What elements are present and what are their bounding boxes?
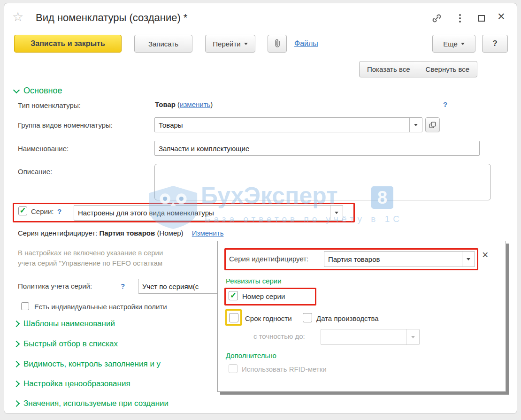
help-label: ? bbox=[492, 39, 497, 48]
type-value: Товар bbox=[155, 100, 176, 108]
chevron-down-icon bbox=[335, 212, 338, 214]
series-ident-change-link[interactable]: Изменить bbox=[192, 229, 224, 237]
section-pricing[interactable]: Настройка ценообразования bbox=[14, 379, 130, 389]
popup-ident-value: Партия товаров bbox=[324, 255, 462, 263]
rfid-label: Использовать RFID-метки bbox=[242, 365, 327, 373]
app-canvas: ☆ Вид номенклатуры (создание) * × Записа… bbox=[0, 0, 521, 420]
goto-label: Перейти bbox=[213, 40, 240, 48]
section-name-templates[interactable]: Шаблоны наименований bbox=[14, 319, 115, 328]
series-checkbox[interactable]: ✓ bbox=[18, 206, 27, 215]
individual-settings-label: Есть индивидуальные настройки полити bbox=[34, 303, 167, 311]
chevron-right-icon bbox=[13, 361, 20, 367]
open-item-icon bbox=[429, 122, 436, 129]
more-button[interactable]: Еще bbox=[432, 35, 475, 53]
section-label: Шаблоны наименований bbox=[23, 319, 115, 328]
type-label: Тип номенклатуры: bbox=[18, 101, 81, 109]
popup-ident-dropdown-button[interactable] bbox=[462, 252, 475, 267]
chevron-right-icon bbox=[13, 321, 20, 327]
description-field[interactable] bbox=[154, 164, 491, 200]
checkmark-icon: ✓ bbox=[19, 206, 26, 214]
section-visibility[interactable]: Видимость, контроль заполнения и у bbox=[14, 359, 161, 369]
files-link[interactable]: Файлы bbox=[294, 39, 318, 48]
chevron-right-icon bbox=[13, 381, 20, 387]
favorite-star-icon[interactable]: ☆ bbox=[12, 9, 23, 24]
series-note-line1: В настройках не включено указание в сери… bbox=[18, 249, 163, 257]
attach-file-button[interactable] bbox=[268, 35, 287, 53]
chevron-down-icon bbox=[467, 258, 470, 260]
series-value: Настроены для этого вида номенклатуры bbox=[74, 209, 330, 217]
series-ident-suffix: (Номер) bbox=[157, 229, 183, 237]
popup-close-icon[interactable]: × bbox=[482, 249, 488, 261]
maximize-icon[interactable] bbox=[478, 15, 485, 22]
group-dropdown-button[interactable] bbox=[409, 118, 422, 132]
section-quick-filter[interactable]: Быстрый отбор в списках bbox=[14, 339, 118, 349]
series-field[interactable]: Настроены для этого вида номенклатуры bbox=[74, 205, 343, 221]
save-and-close-button[interactable]: Записать и закрыть bbox=[14, 35, 122, 53]
group-field[interactable]: Товары bbox=[154, 117, 422, 132]
type-value-group: Товар (изменить) bbox=[155, 100, 213, 108]
section-creation-values[interactable]: Значения, используемые при создании bbox=[14, 399, 169, 408]
policy-help-icon[interactable]: ? bbox=[121, 282, 125, 290]
checkmark-icon: ✓ bbox=[230, 291, 237, 299]
name-field[interactable]: Запчасти и комплектующие bbox=[154, 141, 480, 156]
chevron-down-icon bbox=[13, 86, 20, 93]
section-label: Быстрый отбор в списках bbox=[23, 339, 118, 349]
save-and-close-label: Записать и закрыть bbox=[31, 39, 105, 48]
chevron-right-icon bbox=[13, 400, 20, 407]
chevron-right-icon bbox=[13, 341, 20, 347]
close-window-icon[interactable]: × bbox=[498, 9, 505, 24]
additional-header: Дополнительно bbox=[226, 351, 276, 359]
requisites-header: Реквизиты серии bbox=[226, 277, 282, 285]
shelf-life-checkbox[interactable] bbox=[229, 313, 238, 322]
more-options-kebab-icon[interactable] bbox=[459, 14, 461, 16]
help-button[interactable]: ? bbox=[482, 35, 508, 53]
chevron-down-icon bbox=[414, 124, 418, 126]
series-number-label: Номер серии bbox=[242, 292, 285, 300]
chevron-down-icon bbox=[244, 43, 248, 45]
shelf-life-label: Срок годности bbox=[245, 314, 292, 322]
section-label: Настройка ценообразования bbox=[23, 379, 130, 389]
series-number-checkbox[interactable]: ✓ bbox=[229, 291, 238, 300]
paren-close: ) bbox=[210, 100, 213, 108]
production-date-checkbox[interactable] bbox=[303, 313, 312, 322]
section-label: Значения, используемые при создании bbox=[23, 399, 169, 408]
series-help-icon[interactable]: ? bbox=[57, 207, 61, 215]
section-main-label: Основное bbox=[23, 86, 62, 96]
collapse-all-button[interactable]: Свернуть все bbox=[418, 61, 477, 77]
save-button[interactable]: Записать bbox=[134, 35, 192, 53]
paperclip-icon bbox=[273, 38, 282, 49]
description-label: Описание: bbox=[18, 168, 52, 176]
save-label: Записать bbox=[148, 40, 178, 48]
name-label: Наименование: bbox=[18, 145, 69, 153]
goto-button[interactable]: Перейти bbox=[205, 35, 255, 53]
series-settings-popup: Серия идентифицирует: Партия товаров × Р… bbox=[217, 241, 506, 392]
type-help-icon[interactable]: ? bbox=[443, 100, 447, 108]
precision-dropdown-button bbox=[406, 329, 419, 344]
type-change-link[interactable]: изменить bbox=[180, 100, 210, 108]
series-dropdown-button[interactable] bbox=[330, 206, 343, 220]
individual-settings-checkbox[interactable] bbox=[21, 302, 29, 310]
policy-label: Политика учета серий: bbox=[18, 282, 92, 290]
production-date-label: Дата производства bbox=[316, 314, 379, 322]
group-open-button[interactable] bbox=[425, 117, 440, 132]
series-ident-value: Партия товаров bbox=[99, 229, 155, 237]
series-note-line2: учета серий "Управление по FEFO остаткам bbox=[18, 259, 162, 267]
name-value: Запчасти и комплектующие bbox=[155, 145, 479, 153]
section-main-header[interactable]: Основное bbox=[14, 86, 62, 96]
rfid-checkbox bbox=[229, 364, 238, 373]
group-label: Группа видов номенклатуры: bbox=[18, 121, 113, 129]
show-all-button[interactable]: Показать все bbox=[360, 61, 418, 77]
series-ident-label: Серия идентифицирует: bbox=[18, 229, 97, 237]
copy-link-icon[interactable] bbox=[430, 12, 443, 24]
chevron-down-icon bbox=[461, 43, 465, 45]
precision-field bbox=[321, 329, 420, 345]
series-label: Серии: bbox=[31, 207, 54, 215]
popup-ident-field[interactable]: Партия товаров bbox=[324, 251, 475, 267]
group-value: Товары bbox=[155, 121, 409, 129]
section-label: Видимость, контроль заполнения и у bbox=[23, 359, 161, 369]
precision-label: с точностью до: bbox=[253, 332, 305, 340]
expand-collapse-group: Показать все Свернуть все bbox=[359, 61, 477, 77]
page-title: Вид номенклатуры (создание) * bbox=[36, 12, 187, 24]
chevron-down-icon bbox=[411, 336, 415, 338]
more-label: Еще bbox=[443, 40, 458, 48]
